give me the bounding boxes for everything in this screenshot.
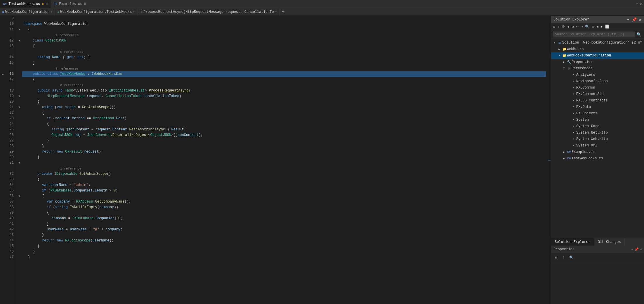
examples-cs-arrow[interactable]: ▶: [562, 151, 566, 154]
fold-19[interactable]: ▼: [18, 95, 20, 98]
tree-item-references[interactable]: ▼ ⚙ References: [551, 65, 644, 72]
nav-dropdown-3[interactable]: ▾: [275, 10, 277, 14]
fold-38[interactable]: ▼: [18, 195, 20, 198]
se-btn-5[interactable]: ⚙: [571, 24, 575, 30]
whc-expand-arrow[interactable]: ▼: [557, 54, 562, 57]
tree-item-newtonsoft[interactable]: ▪ Newtonsoft.Json: [551, 78, 644, 84]
solution-icon: ⊞: [557, 41, 562, 45]
code-line-41: }: [22, 221, 546, 227]
tree-label-systemcore: System.Core: [576, 124, 599, 128]
code-line-43: }: [22, 232, 546, 238]
properties-sort-btn[interactable]: ↕: [560, 254, 567, 261]
tab-examples-close[interactable]: ✕: [84, 2, 86, 6]
code-line-32: private IDisposable GetAdminScope(): [22, 171, 546, 177]
se-btn-3[interactable]: ⟳: [561, 24, 566, 30]
references-icon: ⚙: [566, 66, 572, 71]
props-expand-arrow[interactable]: ▶: [562, 61, 566, 64]
tab-testwebhooks[interactable]: C# TestWebHooks.cs ● ✕: [0, 0, 51, 8]
fold-21[interactable]: ▼: [18, 106, 20, 109]
tab-git-changes[interactable]: Git Changes: [594, 238, 624, 246]
fold-12[interactable]: ▼: [18, 39, 20, 42]
tab-overflow-icon[interactable]: ⋯: [636, 2, 638, 6]
properties-search-btn[interactable]: 🔍: [568, 254, 574, 261]
fold-10[interactable]: ▼: [18, 28, 20, 31]
tree-item-webhooks[interactable]: ▶ 📁 WebHooks: [551, 46, 644, 52]
solution-explorer-dropdown-btn[interactable]: ▾: [626, 17, 630, 22]
tree-item-testwebhooks-cs[interactable]: ▶ C# TestWebHooks.cs: [551, 155, 644, 162]
code-content[interactable]: namespace WebHooksConfiguration { 2 refe…: [22, 16, 546, 304]
line-num-ref-5: [8, 166, 14, 171]
tree-item-solution[interactable]: ▶ ⊞ Solution 'WebHooksConfiguration' (2 …: [551, 39, 644, 46]
systemnethttp-icon: ▪: [571, 131, 576, 135]
analyzers-icon: ▪: [571, 73, 576, 77]
tree-item-analyzers[interactable]: ▪ Analyzers: [551, 72, 644, 78]
se-btn-1[interactable]: ⊞: [552, 24, 556, 30]
tree-label-analyzers: Analyzers: [576, 73, 595, 77]
se-btn-2[interactable]: ↑: [557, 24, 560, 30]
tab-settings-icon[interactable]: ⚙: [640, 2, 642, 6]
properties-grid-btn[interactable]: ⊞: [553, 254, 559, 261]
se-btn-7[interactable]: ⟶: [580, 24, 584, 30]
se-btn-6[interactable]: ⟵: [575, 24, 579, 30]
tree-label-references: References: [572, 66, 593, 70]
tree-item-systemwebhttp[interactable]: ▪ System.Web.Http: [551, 136, 644, 142]
tree-item-systemxml[interactable]: ▪ System.Xml: [551, 142, 644, 149]
se-btn-12[interactable]: ⬜: [604, 24, 610, 30]
refs-expand-arrow[interactable]: ▼: [562, 67, 566, 70]
tab-solution-explorer[interactable]: Solution Explorer: [551, 238, 594, 246]
tree-item-pxcommon[interactable]: ▪ PX.Common: [551, 84, 644, 91]
tree-item-webhooksconfiguration[interactable]: ▼ 📁 WebHooksConfiguration: [551, 52, 644, 59]
code-line-34: var userName = "admin";: [22, 182, 546, 188]
code-line-45: }: [22, 243, 546, 249]
nav-segment-3[interactable]: ⬡ ProcessRequestAsync(HttpRequestMessage…: [137, 8, 280, 16]
webhooks-expand-arrow[interactable]: ▶: [557, 48, 562, 51]
tree-item-examples-cs[interactable]: ▶ C# Examples.cs: [551, 149, 644, 155]
tree-item-system[interactable]: ▪ System: [551, 117, 644, 123]
se-btn-4[interactable]: ◈: [566, 24, 570, 30]
se-btn-8[interactable]: 🔍: [584, 24, 590, 30]
tab-testwebhooks-close[interactable]: ✕: [46, 2, 48, 6]
properties-pin-btn[interactable]: 📌: [634, 247, 639, 252]
tree-item-systemnethttp[interactable]: ▪ System.Net.Http: [551, 129, 644, 136]
tree-item-pxobjects[interactable]: ▪ PX.Objects: [551, 110, 644, 117]
se-btn-9[interactable]: ≡: [591, 24, 595, 30]
solution-explorer-pin-btn[interactable]: 📌: [631, 17, 637, 22]
nav-segment-1[interactable]: ▣ WebHooksConfiguration ▾: [0, 8, 55, 16]
tree-item-pxcommonstd[interactable]: ▪ PX.Common.Std: [551, 91, 644, 97]
solution-expand-arrow[interactable]: ▶: [552, 41, 557, 44]
line-num-ref-1: [8, 32, 14, 38]
tree-item-systemcore[interactable]: ▪ System.Core: [551, 123, 644, 129]
properties-close-btn[interactable]: ✕: [640, 247, 642, 252]
pxcommonstd-icon: ▪: [571, 92, 576, 96]
nav-segment-2[interactable]: ◈ WebHooksConfiguration.TestWebHooks ▾: [55, 8, 137, 16]
nav-dropdown-2[interactable]: ▾: [133, 10, 135, 14]
solution-explorer-close-btn[interactable]: ✕: [638, 17, 642, 22]
code-line-21: using (var scope = GetAdminScope()): [22, 105, 546, 110]
whc-folder-icon: 📁: [562, 53, 567, 58]
code-line-47: }: [22, 255, 546, 260]
nav-add-button[interactable]: +: [280, 9, 287, 15]
line-num-24: 24: [8, 121, 14, 127]
code-line-33: {: [22, 177, 546, 182]
solution-explorer-search-input[interactable]: [553, 32, 635, 37]
properties-dropdown-btn[interactable]: ▾: [631, 247, 633, 252]
code-line-14: string Name { get; set; }: [22, 55, 546, 60]
line-num-42: 42: [8, 227, 14, 232]
overview-ruler[interactable]: [546, 16, 551, 304]
newtonsoft-icon: ▪: [571, 79, 576, 83]
line-num-9: 9: [8, 16, 14, 21]
properties-toolbar: ⊞ ↕ 🔍: [551, 253, 644, 262]
tree-item-pxdata[interactable]: ▪ PX.Data: [551, 104, 644, 110]
fold-35[interactable]: ▼: [18, 161, 20, 165]
tree-label-systemxml: System.Xml: [576, 144, 597, 148]
nav-dropdown-1[interactable]: ▾: [51, 10, 52, 14]
code-line-18: public async Task<System.Web.Http.IHttpA…: [22, 88, 546, 94]
tab-examples[interactable]: C# Examples.cs ✕: [51, 0, 89, 8]
testwebhooks-cs-arrow[interactable]: ▶: [562, 157, 566, 160]
tree-item-properties[interactable]: ▶ 🔧 Properties: [551, 59, 644, 65]
se-btn-10[interactable]: ◀: [596, 24, 599, 30]
se-btn-11[interactable]: ▶: [600, 24, 604, 30]
tree-item-pxcscontracts[interactable]: ▪ PX.CS.Contracts: [551, 97, 644, 104]
solution-explorer-search-icon[interactable]: 🔍: [635, 32, 643, 37]
tree-label-examples-cs: Examples.cs: [572, 150, 595, 154]
